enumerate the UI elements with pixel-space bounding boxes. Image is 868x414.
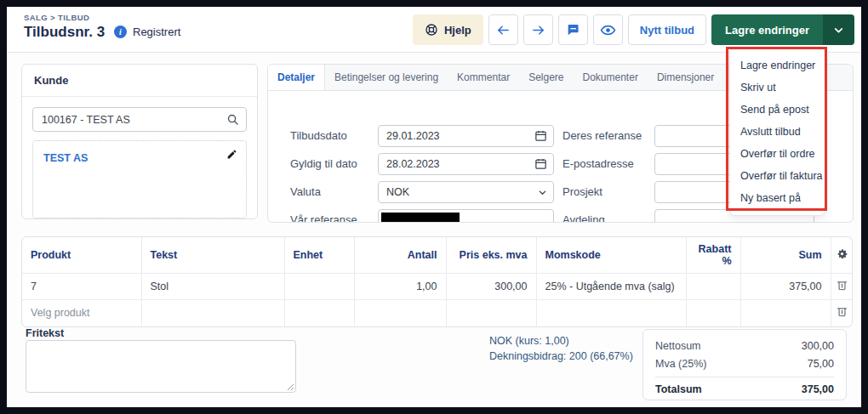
product-row[interactable]: 7 Stol 1,00 300,00 25% - Utgående mva (s… — [22, 274, 853, 300]
save-changes-button-label: Lagre endringer — [725, 24, 809, 37]
their-reference-label: Deres referanse — [562, 125, 642, 147]
resize-handle-icon[interactable] — [287, 383, 294, 391]
status-badge: Registrert — [114, 26, 180, 38]
cell-tekst[interactable]: Stol — [141, 274, 284, 300]
offer-date-label: Tilbudsdato — [290, 125, 347, 147]
tab-detaljer[interactable]: Detaljer — [268, 65, 325, 90]
tab-kommentar[interactable]: Kommentar — [448, 65, 519, 90]
product-table-container: Produkt Tekst Enhet Antall Pris eks. mva… — [21, 236, 853, 327]
customer-panel-title: Kunde — [22, 65, 257, 97]
next-button[interactable] — [523, 14, 553, 45]
tab-dokumenter[interactable]: Dokumenter — [574, 65, 648, 90]
department-label: Avdeling — [562, 209, 605, 223]
gear-icon[interactable] — [836, 247, 848, 260]
new-product-row[interactable]: Velg produkt — [22, 300, 853, 326]
cell-pris[interactable]: 300,00 — [446, 274, 536, 300]
comment-button[interactable] — [558, 14, 588, 45]
cell-antall[interactable] — [354, 300, 446, 326]
currency-rate-text: NOK (kurs: 1,00) — [489, 333, 633, 349]
column-header-tekst: Tekst — [141, 237, 284, 274]
column-header-antall: Antall — [354, 237, 446, 274]
new-offer-button-label: Nytt tilbud — [640, 24, 694, 37]
trash-icon[interactable] — [836, 305, 848, 318]
customer-search-input[interactable] — [33, 108, 246, 131]
vat-value: 75,00 — [808, 355, 834, 373]
cell-produkt[interactable]: 7 — [22, 274, 141, 300]
eye-icon — [600, 22, 616, 38]
preview-button[interactable] — [593, 14, 623, 45]
vat-label: Mva (25%) — [655, 355, 706, 373]
offer-date-field[interactable]: 29.01.2023 — [378, 125, 554, 147]
page-title: Tilbudsnr. 3 — [24, 24, 105, 41]
cell-rabatt[interactable] — [686, 300, 740, 326]
cell-velg-produkt[interactable]: Velg produkt — [22, 300, 141, 326]
tab-dimensjoner[interactable]: Dimensjoner — [648, 65, 723, 90]
freetext-label: Fritekst — [26, 327, 64, 339]
product-table: Produkt Tekst Enhet Antall Pris eks. mva… — [22, 237, 853, 326]
cell-rabatt[interactable] — [686, 274, 740, 300]
netsum-value: 300,00 — [802, 337, 834, 355]
cell-sum[interactable] — [740, 300, 831, 326]
freetext-container — [26, 340, 296, 393]
customer-search-field — [32, 107, 247, 132]
save-changes-button[interactable]: Lagre endringer — [711, 14, 823, 45]
currency-select[interactable]: NOK — [378, 181, 554, 203]
column-header-produkt: Produkt — [22, 237, 141, 274]
menu-item-lagre-endringer[interactable]: Lagre endringer — [730, 54, 825, 77]
menu-item-ny-basert-pa[interactable]: Ny basert på — [730, 187, 825, 209]
offer-date-value: 29.01.2023 — [386, 130, 440, 142]
cell-tekst[interactable] — [141, 300, 284, 326]
valid-until-label: Gyldig til dato — [290, 153, 357, 175]
totals-divider — [655, 377, 834, 377]
tab-selgere[interactable]: Selgere — [519, 65, 573, 90]
cell-enhet[interactable] — [284, 274, 354, 300]
cell-actions — [831, 300, 853, 326]
freetext-input[interactable] — [26, 340, 296, 393]
help-button[interactable]: Hjelp — [413, 14, 483, 45]
our-reference-field[interactable] — [378, 209, 554, 223]
cell-enhet[interactable] — [284, 300, 354, 326]
previous-button[interactable] — [488, 14, 518, 45]
cell-actions — [831, 274, 853, 300]
our-reference-label: Vår referanse — [290, 209, 357, 223]
menu-item-overfor-til-faktura[interactable]: Overfør til faktura — [730, 165, 825, 187]
vat-row: Mva (25%) 75,00 — [655, 355, 834, 373]
info-icon — [114, 26, 127, 38]
app-window: SALG > TILBUD Tilbudsnr. 3 Registrert Hj… — [0, 0, 868, 414]
page-header: SALG > TILBUD Tilbudsnr. 3 Registrert Hj… — [7, 7, 861, 53]
cell-momskode[interactable] — [536, 300, 686, 326]
arrow-right-icon — [531, 23, 545, 37]
calendar-icon[interactable] — [534, 129, 547, 142]
totals-box: Nettosum 300,00 Mva (25%) 75,00 Totalsum… — [642, 329, 847, 400]
column-header-settings — [831, 237, 853, 274]
life-buoy-icon — [425, 23, 438, 37]
cell-pris[interactable] — [446, 300, 536, 326]
column-header-momskode: Momskode — [536, 237, 686, 274]
cell-sum[interactable]: 375,00 — [740, 274, 831, 300]
search-icon[interactable] — [226, 113, 239, 126]
breadcrumb[interactable]: SALG > TILBUD — [24, 13, 105, 22]
save-changes-menu-toggle[interactable] — [823, 14, 854, 45]
new-offer-button[interactable]: Nytt tilbud — [628, 14, 706, 45]
menu-item-overfor-til-ordre[interactable]: Overfør til ordre — [730, 143, 825, 165]
netsum-label: Nettosum — [655, 337, 701, 355]
customer-name-link[interactable]: TEST AS — [43, 152, 88, 164]
tab-betingelser-og-levering[interactable]: Betingelser og levering — [325, 65, 448, 90]
menu-item-skriv-ut[interactable]: Skriv ut — [730, 77, 825, 99]
currency-value: NOK — [386, 186, 409, 198]
menu-item-send-pa-epost[interactable]: Send på epost — [730, 99, 825, 121]
redaction-block — [381, 213, 460, 223]
contribution-margin-text: Dekningsbidrag: 200 (66,67%) — [489, 349, 633, 364]
pencil-icon[interactable] — [226, 149, 237, 160]
calendar-icon[interactable] — [534, 157, 547, 170]
cell-momskode[interactable]: 25% - Utgående mva (salg) — [536, 274, 686, 300]
table-header-row: Produkt Tekst Enhet Antall Pris eks. mva… — [22, 237, 853, 274]
customer-panel-body: TEST AS — [22, 97, 257, 229]
valid-until-field[interactable]: 28.02.2023 — [378, 153, 554, 175]
trash-icon[interactable] — [836, 279, 848, 292]
column-header-enhet: Enhet — [284, 237, 354, 274]
cell-antall[interactable]: 1,00 — [354, 274, 446, 300]
valid-until-value: 28.02.2023 — [386, 158, 440, 170]
totalsum-label: Totalsum — [655, 381, 702, 399]
menu-item-avslutt-tilbud[interactable]: Avslutt tilbud — [730, 121, 825, 143]
